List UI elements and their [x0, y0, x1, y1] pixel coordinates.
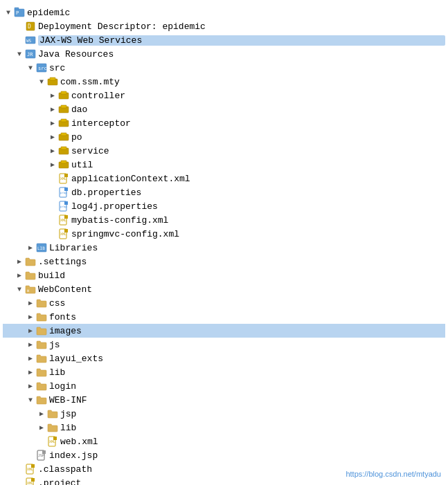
tree-item-db.properties[interactable]: propdb.properties — [3, 185, 445, 199]
tree-arrow[interactable] — [47, 214, 58, 226]
tree-arrow[interactable] — [14, 464, 25, 475]
tree-item-po[interactable]: po — [3, 130, 445, 144]
tree-item-epidemic[interactable]: Pepidemic — [3, 6, 445, 19]
tree-arrow[interactable] — [14, 284, 25, 295]
project-icon: P — [14, 7, 25, 18]
tree-item-label: po — [71, 132, 445, 143]
tree-item-label: com.ssm.mty — [60, 77, 445, 87]
tree-arrow[interactable] — [47, 159, 58, 170]
svg-rect-16 — [61, 105, 66, 108]
tree-item-com.ssm.mty[interactable]: com.ssm.mty — [3, 75, 445, 89]
tree-item-service[interactable]: service — [3, 144, 445, 158]
tree-arrow[interactable] — [47, 173, 58, 184]
tree-item-js[interactable]: js — [3, 338, 445, 351]
tree-arrow[interactable] — [25, 62, 36, 73]
tree-item-java-resources[interactable]: JRJava Resources — [3, 47, 445, 61]
tree-item-controller[interactable]: controller — [3, 89, 445, 102]
tree-item-settings[interactable]: .settings — [3, 255, 445, 268]
svg-text:XML: XML — [60, 232, 66, 236]
tree-item-css[interactable]: css — [3, 296, 445, 310]
svg-text:prop: prop — [60, 191, 67, 194]
tree-arrow[interactable] — [25, 325, 36, 336]
tree-item-jsp[interactable]: jsp — [3, 407, 445, 421]
tree-item-fonts[interactable]: fonts — [3, 310, 445, 324]
tree-item-lib-webinf[interactable]: lib — [3, 421, 445, 434]
tree-item-layui_exts[interactable]: layui_exts — [3, 351, 445, 365]
tree-item-build[interactable]: build — [3, 268, 445, 282]
tree-arrow[interactable] — [25, 394, 36, 405]
folder-icon — [36, 339, 47, 350]
tree-arrow[interactable] — [47, 145, 58, 156]
tree-item-label: JAX-WS Web Services — [38, 35, 445, 46]
tree-arrow[interactable] — [14, 35, 25, 46]
tree-arrow[interactable] — [47, 131, 58, 143]
package-icon — [58, 104, 69, 115]
tree-item-label: Libraries — [49, 243, 445, 253]
tree-arrow[interactable] — [25, 353, 36, 364]
tree-item-index.jsp[interactable]: JSPindex.jsp — [3, 448, 445, 462]
tree-item-lib-web[interactable]: lib — [3, 365, 445, 379]
tree-item-label: util — [71, 160, 445, 170]
tree-item-label: applicationContext.xml — [71, 174, 445, 184]
tree-item-label: jsp — [60, 409, 445, 419]
tree-arrow[interactable] — [36, 408, 47, 419]
tree-item-util[interactable]: util — [3, 158, 445, 172]
ws-icon: WS — [25, 35, 36, 46]
tree-item-label: WEB-INF — [49, 395, 445, 405]
src-icon: src — [36, 62, 47, 73]
tree-item-mybatis-config[interactable]: XMLmybatis-config.xml — [3, 213, 445, 227]
tree-item-login[interactable]: login — [3, 379, 445, 393]
svg-text:src: src — [38, 66, 47, 71]
tree-item-label: src — [49, 63, 445, 73]
tree-item-springmvc-config[interactable]: XMLspringmvc-config.xml — [3, 227, 445, 241]
tree-arrow[interactable] — [36, 436, 47, 447]
tree-arrow[interactable] — [47, 187, 58, 198]
xml-icon: XML — [58, 228, 69, 239]
tree-arrow[interactable] — [25, 242, 36, 253]
tree-item-log4j.properties[interactable]: proplog4j.properties — [3, 199, 445, 213]
tree-arrow[interactable] — [14, 21, 25, 32]
tree-arrow[interactable] — [36, 76, 47, 87]
tree-arrow[interactable] — [47, 104, 58, 115]
tree-arrow[interactable] — [14, 270, 25, 281]
java-res-icon: JR — [25, 48, 36, 60]
jsp-icon: JSP — [36, 450, 47, 461]
tree-item-label: js — [49, 340, 445, 350]
tree-arrow[interactable] — [47, 118, 58, 129]
tree-arrow[interactable] — [25, 311, 36, 322]
tree-item-label: db.properties — [71, 187, 445, 198]
tree-item-dao[interactable]: dao — [3, 102, 445, 116]
tree-item-label: dao — [71, 104, 445, 115]
svg-text:WS: WS — [26, 38, 32, 43]
tree-item-web.xml[interactable]: XMLweb.xml — [3, 434, 445, 448]
tree-item-jaxws[interactable]: WSJAX-WS Web Services — [3, 33, 445, 47]
tree-item-applicationContext[interactable]: XMLapplicationContext.xml — [3, 172, 445, 185]
tree-arrow[interactable] — [14, 256, 25, 267]
tree-arrow[interactable] — [25, 339, 36, 350]
folder-icon — [36, 394, 47, 405]
tree-item-images[interactable]: images — [3, 324, 445, 338]
xml-icon: XML — [47, 436, 58, 447]
tree-arrow[interactable] — [47, 228, 58, 239]
tree-arrow[interactable] — [47, 201, 58, 212]
tree-item-label: controller — [71, 91, 445, 101]
folder-icon — [36, 325, 47, 336]
tree-arrow[interactable] — [14, 477, 25, 485]
tree-item-deployment[interactable]: DDeployment Descriptor: epidemic — [3, 19, 445, 33]
tree-item-src[interactable]: srcsrc — [3, 61, 445, 75]
tree-arrow[interactable] — [25, 367, 36, 378]
svg-rect-24 — [61, 161, 66, 163]
tree-arrow[interactable] — [25, 298, 36, 309]
tree-item-libraries[interactable]: LIBLibraries — [3, 241, 445, 255]
tree-item-interceptor[interactable]: interceptor — [3, 116, 445, 130]
tree-arrow[interactable] — [14, 48, 25, 60]
tree-arrow[interactable] — [3, 7, 14, 18]
tree-item-webcontent[interactable]: WWebContent — [3, 282, 445, 296]
tree-item-web-inf[interactable]: WEB-INF — [3, 393, 445, 407]
svg-text:LIB: LIB — [37, 246, 45, 250]
tree-arrow[interactable] — [25, 450, 36, 461]
tree-arrow[interactable] — [47, 90, 58, 101]
tree-arrow[interactable] — [36, 422, 47, 433]
tree-arrow[interactable] — [25, 381, 36, 392]
folder-icon — [36, 381, 47, 392]
